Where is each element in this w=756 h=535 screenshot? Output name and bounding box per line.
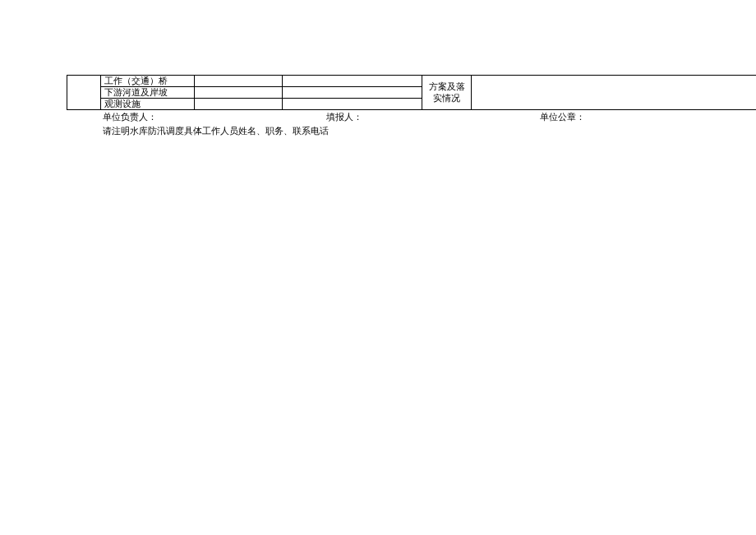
filler-label: 填报人：	[326, 111, 540, 123]
footer-note: 请注明水库防汛调度具体工作人员姓名、职务、联系电话	[103, 125, 735, 137]
row-group-cell	[67, 76, 101, 110]
seal-label: 单位公章：	[540, 111, 735, 123]
row-label: 观测设施	[101, 99, 195, 110]
footer-line-1: 单位负责人： 填报人： 单位公章：	[103, 111, 735, 123]
table-row: 工作（交通）桥 方案及落实情况	[67, 76, 757, 87]
responsible-person-label: 单位负责人：	[103, 111, 326, 123]
cell	[283, 87, 422, 99]
form-table: 工作（交通）桥 方案及落实情况 下游河道及岸坡 观测设施	[67, 75, 756, 110]
footer: 单位负责人： 填报人： 单位公章： 请注明水库防汛调度具体工作人员姓名、职务、联…	[103, 111, 735, 137]
cell	[195, 99, 283, 110]
row-label: 下游河道及岸坡	[101, 87, 195, 99]
table: 工作（交通）桥 方案及落实情况 下游河道及岸坡 观测设施	[67, 75, 756, 110]
cell	[195, 76, 283, 87]
right-value-cell	[472, 76, 757, 110]
row-label: 工作（交通）桥	[101, 76, 195, 87]
right-header-cell: 方案及落实情况	[422, 76, 472, 110]
cell	[283, 76, 422, 87]
cell	[283, 99, 422, 110]
cell	[195, 87, 283, 99]
